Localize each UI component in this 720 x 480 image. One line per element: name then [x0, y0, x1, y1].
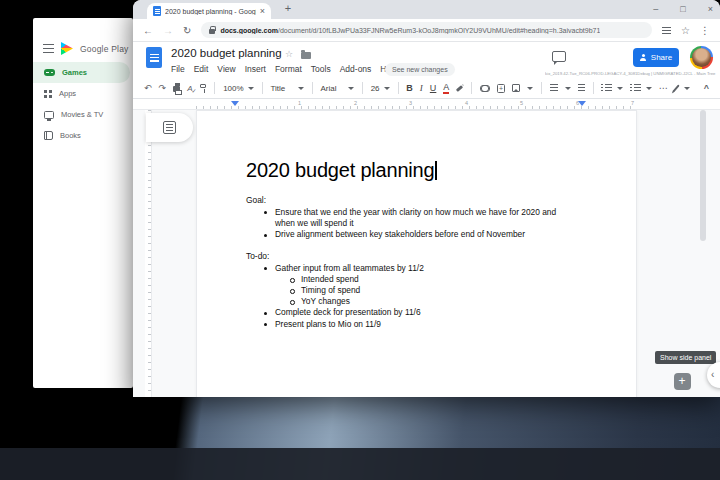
toolbar-separator [362, 82, 363, 94]
insert-comment-button[interactable]: + [497, 84, 505, 93]
window-minimize-button[interactable]: – [653, 1, 658, 17]
chevron-down-icon[interactable] [565, 87, 571, 90]
chevron-down-icon[interactable] [527, 87, 533, 90]
games-icon [44, 69, 55, 76]
scrollbar[interactable] [700, 110, 706, 241]
chevron-down-icon[interactable] [617, 87, 623, 90]
menu-addons[interactable]: Add-ons [340, 64, 372, 74]
italic-button[interactable]: I [420, 83, 423, 93]
star-document-icon[interactable]: ☆ [285, 49, 293, 59]
list-item[interactable]: Complete deck for presentation by 11/6 [246, 307, 564, 318]
redo-button[interactable]: ↷ [159, 83, 167, 93]
text-color-button[interactable]: A [443, 83, 449, 94]
list-sub-item[interactable]: Timing of spend [246, 285, 564, 296]
sidebar-item-apps[interactable]: Apps [33, 83, 133, 104]
side-panel-apps-button[interactable]: + [670, 369, 694, 393]
font-select[interactable]: Arial [321, 84, 354, 93]
right-indent-marker[interactable] [578, 101, 586, 106]
zoom-select[interactable]: 100% [223, 84, 253, 93]
menu-view[interactable]: View [217, 64, 235, 74]
toolbar-separator [312, 82, 313, 94]
move-to-folder-icon[interactable] [301, 52, 311, 59]
avatar-photo [692, 48, 711, 67]
toolbar-separator [214, 82, 215, 94]
bold-button[interactable]: B [406, 83, 413, 93]
list-item[interactable]: Gather input from all teammates by 11/2 [246, 263, 564, 274]
browser-menu-icon[interactable]: ⋮ [700, 25, 710, 36]
address-bar[interactable]: docs.google.com/document/d/10fLBJwPUa33F… [201, 22, 652, 38]
docs-header: 2020 budget planning ☆ File Edit View In… [133, 42, 720, 78]
editing-mode-button[interactable] [672, 84, 679, 92]
list-sub-item[interactable]: YoY changes [246, 296, 564, 307]
styles-select[interactable]: Title [270, 84, 303, 93]
font-size-select[interactable]: 26 [371, 84, 390, 93]
toolbar-separator [471, 82, 472, 94]
align-button[interactable] [550, 84, 558, 92]
bulleted-list-button[interactable] [630, 84, 639, 92]
chromeos-desktop: Google Play Games Apps Movies & TV Books [0, 0, 720, 480]
goal-label[interactable]: Goal: [246, 195, 598, 206]
see-new-changes-button[interactable]: See new changes [385, 63, 455, 76]
paint-format-button[interactable] [200, 84, 207, 88]
todo-label[interactable]: To-do: [246, 251, 598, 262]
tab-2020-budget-planning[interactable]: 2020 budget planning - Google D × [147, 3, 271, 19]
print-button[interactable] [173, 86, 180, 92]
insert-image-button[interactable] [512, 84, 520, 92]
toolbar-separator [262, 82, 263, 94]
show-document-outline-button[interactable] [146, 113, 193, 142]
list-sub-item[interactable]: Intended spend [246, 274, 564, 285]
document-heading[interactable]: 2020 budget planning [246, 157, 598, 183]
sidebar-item-label: Apps [59, 89, 76, 98]
undo-button[interactable]: ↶ [144, 83, 152, 93]
docs-app-icon[interactable] [146, 47, 162, 68]
more-options-button[interactable]: ⋯ [659, 83, 668, 93]
google-play-header: Google Play [43, 42, 129, 55]
share-button[interactable]: Share [633, 48, 679, 67]
menu-format[interactable]: Format [275, 64, 302, 74]
check-icon: ✓ [192, 87, 197, 94]
highlight-color-button[interactable] [456, 85, 463, 92]
hamburger-menu-icon[interactable] [43, 44, 54, 53]
menu-tools[interactable]: Tools [311, 64, 331, 74]
document-page[interactable]: 2020 budget planning Goal: Ensure that w… [196, 110, 637, 397]
underline-button[interactable]: U [430, 83, 437, 93]
ruler-mark: 5 [520, 100, 523, 106]
sidebar-item-books[interactable]: Books [33, 125, 133, 146]
account-avatar[interactable] [690, 46, 713, 69]
reload-button[interactable]: ↻ [183, 25, 191, 36]
sidebar-item-label: Books [60, 131, 81, 140]
chevron-down-icon[interactable] [684, 87, 690, 90]
comment-history-icon[interactable] [552, 51, 566, 62]
sidebar-item-games[interactable]: Games [33, 62, 130, 83]
numbered-list-button[interactable] [601, 84, 610, 92]
list-item[interactable]: Drive alignment between key stakeholders… [246, 229, 564, 240]
hide-menus-button[interactable]: ^ [704, 83, 709, 93]
window-controls: – □ × [653, 1, 716, 17]
bookmark-star-icon[interactable]: ☆ [681, 25, 690, 36]
new-tab-button[interactable]: + [281, 2, 295, 16]
line-spacing-button[interactable] [578, 84, 584, 92]
left-indent-marker[interactable] [231, 101, 239, 106]
window-close-button[interactable]: × [708, 1, 713, 17]
list-item[interactable]: Ensure that we end the year with clarity… [246, 207, 564, 229]
chevron-down-icon [248, 87, 254, 90]
sidebar-item-movies-tv[interactable]: Movies & TV [33, 104, 133, 125]
menu-insert[interactable]: Insert [245, 64, 266, 74]
chevron-down-icon[interactable] [646, 87, 652, 90]
window-maximize-button[interactable]: □ [680, 1, 685, 17]
list-item[interactable]: Present plans to Mio on 11/9 [246, 319, 564, 330]
tab-close-icon[interactable]: × [260, 7, 265, 16]
share-button-label: Share [651, 53, 672, 62]
toolbar-separator [593, 82, 594, 94]
omnibox-lines-icon[interactable] [662, 27, 671, 34]
apps-grid-icon [44, 90, 52, 98]
forward-button[interactable]: → [163, 25, 173, 36]
menu-edit[interactable]: Edit [194, 64, 209, 74]
menu-file[interactable]: File [171, 64, 185, 74]
url-text: docs.google.com/document/d/10fLBJwPUa33F… [220, 27, 600, 34]
url-domain: docs.google.com [220, 27, 278, 34]
document-title[interactable]: 2020 budget planning [171, 47, 282, 59]
insert-link-button[interactable] [480, 85, 490, 91]
spellcheck-button[interactable]: A✓ [187, 84, 192, 93]
back-button[interactable]: ← [143, 25, 153, 36]
